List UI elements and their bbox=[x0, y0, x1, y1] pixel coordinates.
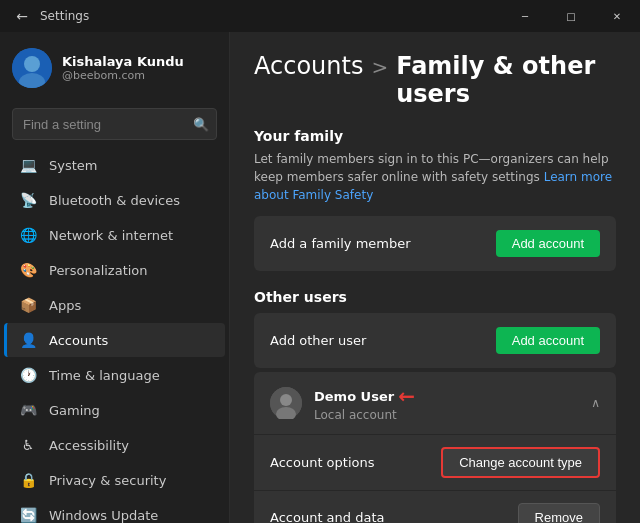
system-icon: 💻 bbox=[19, 156, 37, 174]
sidebar-item-privacy[interactable]: 🔒 Privacy & security bbox=[4, 463, 225, 497]
sidebar-item-accessibility[interactable]: ♿ Accessibility bbox=[4, 428, 225, 462]
bluetooth-icon: 📡 bbox=[19, 191, 37, 209]
close-button[interactable]: ✕ bbox=[594, 0, 640, 32]
titlebar: ← Settings ─ □ ✕ bbox=[0, 0, 640, 32]
demo-user-avatar bbox=[270, 387, 302, 419]
breadcrumb-separator: > bbox=[371, 55, 388, 79]
accounts-icon: 👤 bbox=[19, 331, 37, 349]
main-layout: Kishalaya Kundu @beebom.com 🔍 💻 System 📡… bbox=[0, 32, 640, 523]
search-input[interactable] bbox=[12, 108, 217, 140]
account-options-row: Account options Change account type bbox=[254, 435, 616, 490]
sidebar-item-label-bluetooth: Bluetooth & devices bbox=[49, 193, 180, 208]
app-title: Settings bbox=[40, 9, 89, 23]
demo-user-name: Demo User bbox=[314, 389, 394, 404]
apps-icon: 📦 bbox=[19, 296, 37, 314]
windows-update-icon: 🔄 bbox=[19, 506, 37, 523]
privacy-icon: 🔒 bbox=[19, 471, 37, 489]
user-profile: Kishalaya Kundu @beebom.com bbox=[0, 32, 229, 104]
sidebar-item-label-gaming: Gaming bbox=[49, 403, 100, 418]
page-title-main: Accounts bbox=[254, 52, 363, 80]
sidebar-item-apps[interactable]: 📦 Apps bbox=[4, 288, 225, 322]
page-title-sub: Family & other users bbox=[396, 52, 616, 108]
network-icon: 🌐 bbox=[19, 226, 37, 244]
add-other-account-button[interactable]: Add account bbox=[496, 327, 600, 354]
content-area: Accounts > Family & other users Your fam… bbox=[230, 32, 640, 523]
demo-user-header[interactable]: Demo User ← Local account ∧ bbox=[254, 372, 616, 434]
sidebar-item-system[interactable]: 💻 System bbox=[4, 148, 225, 182]
sidebar-item-label-accessibility: Accessibility bbox=[49, 438, 129, 453]
window-controls: ─ □ ✕ bbox=[502, 0, 640, 32]
sidebar-item-windows-update[interactable]: 🔄 Windows Update bbox=[4, 498, 225, 523]
sidebar-item-label-personalization: Personalization bbox=[49, 263, 148, 278]
sidebar-item-label-network: Network & internet bbox=[49, 228, 173, 243]
sidebar-item-bluetooth[interactable]: 📡 Bluetooth & devices bbox=[4, 183, 225, 217]
svg-point-1 bbox=[24, 56, 40, 72]
user-email: @beebom.com bbox=[62, 69, 184, 82]
demo-user-info: Demo User ← Local account bbox=[270, 384, 415, 422]
minimize-button[interactable]: ─ bbox=[502, 0, 548, 32]
sidebar-item-label-windows-update: Windows Update bbox=[49, 508, 158, 523]
add-other-user-row: Add other user Add account bbox=[254, 313, 616, 368]
sidebar-item-label-accounts: Accounts bbox=[49, 333, 108, 348]
nav-items-list: 💻 System 📡 Bluetooth & devices 🌐 Network… bbox=[0, 148, 229, 523]
svg-point-4 bbox=[280, 394, 292, 406]
other-users-title: Other users bbox=[254, 289, 616, 305]
add-other-user-label: Add other user bbox=[270, 333, 366, 348]
account-data-row: Account and data Remove bbox=[254, 491, 616, 523]
search-box: 🔍 bbox=[12, 108, 217, 140]
sidebar: Kishalaya Kundu @beebom.com 🔍 💻 System 📡… bbox=[0, 32, 230, 523]
sidebar-item-label-time: Time & language bbox=[49, 368, 160, 383]
demo-user-section: Demo User ← Local account ∧ Account opti… bbox=[254, 372, 616, 523]
user-info: Kishalaya Kundu @beebom.com bbox=[62, 54, 184, 82]
account-data-label: Account and data bbox=[270, 510, 385, 523]
user-name: Kishalaya Kundu bbox=[62, 54, 184, 69]
sidebar-item-accounts[interactable]: 👤 Accounts bbox=[4, 323, 225, 357]
sidebar-item-network[interactable]: 🌐 Network & internet bbox=[4, 218, 225, 252]
accessibility-icon: ♿ bbox=[19, 436, 37, 454]
maximize-button[interactable]: □ bbox=[548, 0, 594, 32]
sidebar-item-label-system: System bbox=[49, 158, 97, 173]
gaming-icon: 🎮 bbox=[19, 401, 37, 419]
personalization-icon: 🎨 bbox=[19, 261, 37, 279]
avatar bbox=[12, 48, 52, 88]
family-section-desc: Let family members sign in to this PC—or… bbox=[254, 150, 616, 204]
family-section-title: Your family bbox=[254, 128, 616, 144]
sidebar-item-label-privacy: Privacy & security bbox=[49, 473, 166, 488]
sidebar-item-label-apps: Apps bbox=[49, 298, 81, 313]
sidebar-item-personalization[interactable]: 🎨 Personalization bbox=[4, 253, 225, 287]
search-icon: 🔍 bbox=[193, 117, 209, 132]
account-options-label: Account options bbox=[270, 455, 375, 470]
back-button[interactable]: ← bbox=[12, 6, 32, 26]
change-account-type-button[interactable]: Change account type bbox=[441, 447, 600, 478]
chevron-up-icon: ∧ bbox=[591, 396, 600, 410]
add-family-label: Add a family member bbox=[270, 236, 411, 251]
avatar-image bbox=[12, 48, 52, 88]
demo-user-text: Demo User ← Local account bbox=[314, 384, 415, 422]
add-family-account-button[interactable]: Add account bbox=[496, 230, 600, 257]
sidebar-item-gaming[interactable]: 🎮 Gaming bbox=[4, 393, 225, 427]
remove-button[interactable]: Remove bbox=[518, 503, 600, 523]
add-family-member-row: Add a family member Add account bbox=[254, 216, 616, 271]
titlebar-left: ← Settings bbox=[12, 6, 89, 26]
page-header: Accounts > Family & other users bbox=[254, 52, 616, 108]
time-icon: 🕐 bbox=[19, 366, 37, 384]
demo-user-type: Local account bbox=[314, 408, 415, 422]
sidebar-item-time[interactable]: 🕐 Time & language bbox=[4, 358, 225, 392]
red-arrow-icon: ← bbox=[398, 384, 415, 408]
